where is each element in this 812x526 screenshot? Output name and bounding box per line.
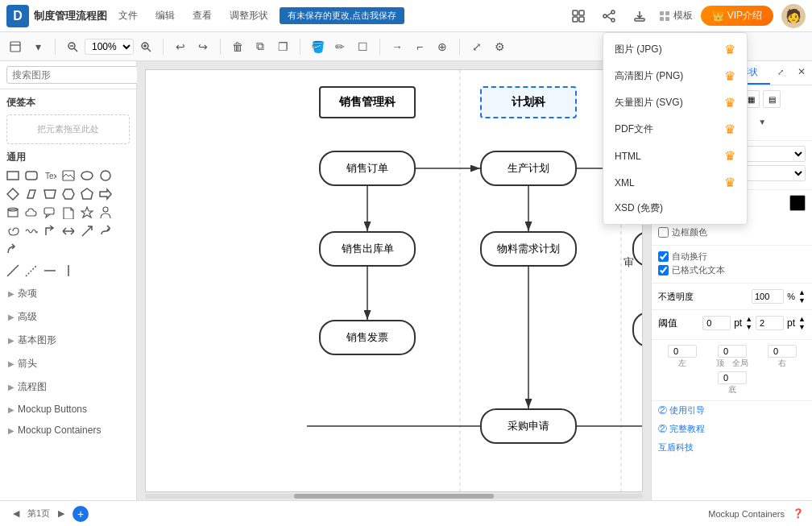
shape-person[interactable] — [97, 205, 114, 221]
right-close-btn[interactable]: ✕ — [791, 61, 812, 82]
share-icon[interactable] — [598, 5, 620, 27]
padding-top-input[interactable] — [718, 345, 747, 358]
category-mockup-containers[interactable]: ▶ Mockup Containers — [0, 420, 136, 441]
arrow-btn[interactable]: → — [387, 36, 408, 57]
box-sales-order[interactable]: 销售订单 — [319, 151, 416, 186]
shape-wave[interactable] — [23, 223, 39, 239]
export-xsd[interactable]: XSD (免费) — [603, 196, 747, 221]
zoom-in-btn[interactable] — [135, 36, 156, 57]
download-icon[interactable] — [628, 5, 651, 27]
line-btn[interactable]: ✏ — [329, 36, 350, 57]
padding-bottom-input[interactable] — [718, 371, 747, 384]
box-receipt-notice[interactable]: 收料通知/请检单 — [632, 231, 643, 267]
table-icon[interactable] — [567, 5, 590, 27]
clone-btn[interactable]: ❐ — [272, 36, 293, 57]
shape-hexagon[interactable] — [60, 186, 77, 202]
menu-file[interactable]: 文件 — [115, 7, 141, 24]
shape-pentagon[interactable] — [79, 186, 95, 202]
box-material-plan[interactable]: 物料需求计划 — [480, 231, 577, 267]
zoom-out-btn[interactable] — [62, 36, 83, 57]
shape-circle[interactable] — [97, 168, 114, 184]
shape-cylinder[interactable] — [5, 205, 21, 221]
threshold-input2[interactable] — [756, 316, 784, 330]
shape-image[interactable] — [60, 168, 77, 184]
shape-callout[interactable] — [42, 205, 58, 221]
canvas-area[interactable]: 销售管理科 计划科 采购部 销售订单 生产计划 采购订单 — [137, 61, 651, 500]
shape-star[interactable] — [79, 205, 95, 221]
tutorial-link[interactable]: ② 完整教程 — [652, 420, 812, 438]
guide-link[interactable]: ② 使用引导 — [652, 401, 812, 420]
template-button[interactable]: 模板 — [659, 9, 693, 23]
shape-curve-arrow[interactable] — [5, 242, 21, 258]
padding-left-input[interactable] — [668, 345, 697, 358]
add-page-btn[interactable]: + — [72, 506, 89, 522]
category-misc[interactable]: ▶ 杂项 — [0, 282, 136, 305]
opacity-down[interactable]: ▼ — [798, 296, 806, 304]
shape-ellipse[interactable] — [79, 168, 95, 184]
redo-btn[interactable]: ↪ — [193, 36, 213, 57]
menu-view[interactable]: 查看 — [189, 7, 215, 24]
undo-btn[interactable]: ↩ — [170, 36, 191, 57]
shape-rect[interactable] — [5, 168, 21, 184]
menu-edit[interactable]: 编辑 — [152, 7, 178, 24]
box-sales-invoice[interactable]: 销售发票 — [319, 320, 416, 355]
export-jpg[interactable]: 图片 (JPG) ♛ — [603, 36, 747, 63]
export-xml[interactable]: XML ♛ — [603, 169, 747, 196]
menu-adjust[interactable]: 调整形状 — [226, 7, 271, 24]
align-right-btn[interactable]: ▤ — [763, 90, 781, 108]
shape-text[interactable]: Text — [42, 168, 58, 184]
col-header-plan[interactable]: 计划科 — [480, 86, 577, 118]
category-basic-shapes[interactable]: ▶ 基本图形 — [0, 329, 136, 352]
category-arrows[interactable]: ▶ 箭头 — [0, 352, 136, 375]
font-color-swatch[interactable] — [789, 195, 806, 211]
shape-line[interactable] — [5, 263, 21, 279]
shape-double-arrow[interactable] — [60, 223, 77, 239]
avatar[interactable]: 🧑 — [781, 4, 806, 28]
box-btn[interactable]: ☐ — [352, 36, 373, 57]
favorites-drag-area[interactable]: 把元素拖至此处 — [6, 114, 130, 144]
right-expand-btn[interactable]: ⤢ — [770, 61, 791, 82]
opacity-up[interactable]: ▲ — [798, 288, 806, 296]
fullscreen-btn[interactable]: ⤢ — [466, 36, 487, 57]
shape-cloud[interactable] — [23, 205, 39, 221]
zoom-select[interactable]: 100%50%75%150%200% — [85, 39, 134, 55]
padding-right-input[interactable] — [768, 345, 797, 358]
next-page-btn[interactable]: ▶ — [53, 506, 69, 522]
shape-corner-arrow[interactable] — [42, 223, 58, 239]
scrollbar-thumb[interactable] — [294, 494, 493, 499]
shape-dotted-line[interactable] — [23, 263, 39, 279]
search-input[interactable] — [6, 66, 139, 84]
font-size-down[interactable]: ▼ — [752, 111, 773, 132]
opacity-input[interactable] — [752, 289, 784, 304]
export-svg[interactable]: 矢量图片 (SVG) ♛ — [603, 89, 747, 116]
company-link[interactable]: 互盾科技 — [652, 438, 812, 457]
horizontal-scrollbar[interactable] — [145, 494, 643, 499]
border-color-check[interactable] — [658, 227, 669, 238]
page-layout-btn[interactable] — [5, 36, 26, 57]
shape-diagonal-arrow[interactable] — [79, 223, 95, 239]
vip-button[interactable]: 👑 VIP介绍 — [701, 6, 773, 26]
save-notice[interactable]: 有未保存的更改,点击我保存 — [280, 7, 404, 24]
shape-diamond[interactable] — [5, 186, 21, 202]
shape-s-arrow[interactable] — [97, 223, 114, 239]
page-dropdown-btn[interactable]: ▾ — [27, 36, 48, 57]
shape-parallelogram[interactable] — [23, 186, 39, 202]
category-mockup-buttons[interactable]: ▶ Mockup Buttons — [0, 399, 136, 420]
fill-btn[interactable]: 🪣 — [307, 36, 328, 57]
box-production-plan[interactable]: 生产计划 — [480, 151, 577, 186]
flowchart[interactable]: 销售管理科 计划科 采购部 销售订单 生产计划 采购订单 — [145, 69, 643, 492]
shape-arrow-right[interactable] — [97, 186, 114, 202]
prev-page-btn[interactable]: ◀ — [8, 506, 24, 522]
formatted-text-check[interactable] — [658, 265, 669, 275]
shape-h-line[interactable] — [42, 263, 58, 279]
box-sales-outbound[interactable]: 销售出库单 — [319, 231, 416, 267]
box-purchase-invoice[interactable]: 采购发票 — [632, 312, 643, 347]
add-btn[interactable]: ⊕ — [432, 36, 453, 57]
col-header-sales[interactable]: 销售管理科 — [319, 86, 416, 118]
shape-doc[interactable] — [60, 205, 77, 221]
box-purchase-request[interactable]: 采购申请 — [480, 408, 577, 444]
threshold-up1[interactable]: ▲ — [745, 315, 752, 323]
shape-trapezoid[interactable] — [42, 186, 58, 202]
shape-spiral[interactable] — [5, 223, 21, 239]
threshold-input1[interactable] — [702, 316, 731, 330]
